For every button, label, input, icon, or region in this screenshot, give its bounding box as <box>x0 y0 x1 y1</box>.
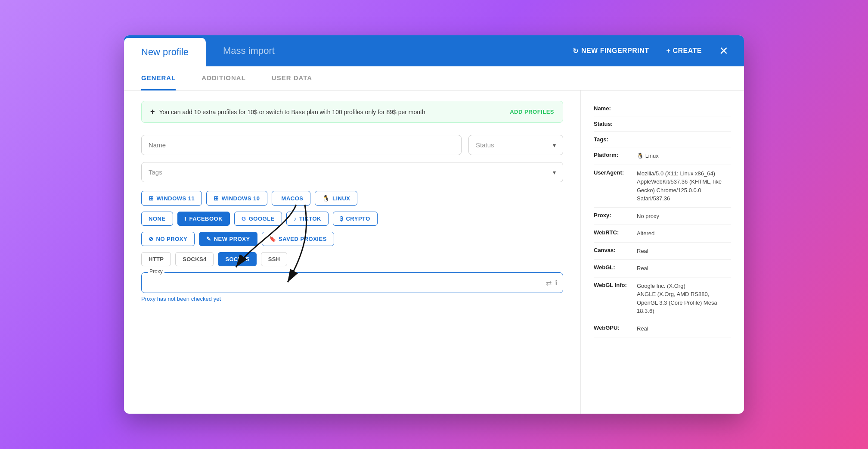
info-row-webrtc: WebRTC: Altered <box>594 225 731 243</box>
tab-general[interactable]: GENERAL <box>141 66 176 90</box>
status-select[interactable]: Status ▾ <box>468 135 563 155</box>
modal-header: New profile Mass import ↻ NEW FINGERPRIN… <box>124 35 744 66</box>
tab-additional[interactable]: ADDITIONAL <box>202 66 246 90</box>
os-windows10-button[interactable]: ⊞ WINDOWS 10 <box>206 191 267 206</box>
chevron-down-icon: ▾ <box>553 169 556 176</box>
info-row-webgl: WebGL: Real <box>594 260 731 278</box>
platform-facebook-button[interactable]: f FACEBOOK <box>177 212 230 226</box>
modal-body: + You can add 10 extra profiles for 10$ … <box>124 90 744 414</box>
os-linux-button[interactable]: 🐧 LINUX <box>315 191 357 206</box>
tags-select[interactable]: Tags ▾ <box>141 162 563 182</box>
tab-user-data[interactable]: USER DATA <box>272 66 312 90</box>
proxy-input-wrapper: Proxy ⇄ ℹ <box>141 272 563 293</box>
left-panel: + You can add 10 extra profiles for 10$ … <box>124 90 580 414</box>
info-label-canvas: Canvas: <box>594 247 632 253</box>
sub-tabs-bar: GENERAL ADDITIONAL USER DATA <box>124 66 744 90</box>
linux-icon-small: 🐧 <box>637 153 645 159</box>
info-label-webglinfo: WebGL Info: <box>594 282 632 288</box>
info-value-webgpu: Real <box>637 324 648 333</box>
bitcoin-icon: ₿ <box>340 215 344 222</box>
info-row-useragent: UserAgent: Mozilla/5.0 (X11; Linux x86_6… <box>594 165 731 208</box>
proxy-input-field[interactable] <box>149 279 541 286</box>
name-status-row: Status ▾ <box>141 135 563 155</box>
chevron-down-icon: ▾ <box>553 142 556 149</box>
info-label-useragent: UserAgent: <box>594 169 632 176</box>
platform-tiktok-button[interactable]: ♪ TIKTOK <box>286 212 329 226</box>
refresh-icon: ↻ <box>573 47 579 55</box>
platform-buttons-group: NONE f FACEBOOK G GOOGLE ♪ TIKTOK ₿ CRYP… <box>141 212 563 226</box>
info-row-tags: Tags: <box>594 132 731 147</box>
new-proxy-icon: ✎ <box>206 236 211 242</box>
name-input[interactable] <box>141 135 462 155</box>
info-value-webgl: Real <box>637 264 648 273</box>
no-proxy-icon: ⊘ <box>149 236 154 242</box>
info-value-canvas: Real <box>637 247 648 256</box>
saved-proxies-button[interactable]: 🔖 SAVED PROXIES <box>262 232 334 246</box>
modal-container: New profile Mass import ↻ NEW FINGERPRIN… <box>124 35 744 414</box>
refresh-proxy-icon[interactable]: ⇄ <box>546 279 552 287</box>
bookmark-icon: 🔖 <box>269 236 276 242</box>
proxy-type-buttons-group: HTTP SOCKS4 SOCKS5 SSH <box>141 252 563 266</box>
proxy-status-text: Proxy has not been checked yet <box>141 296 563 302</box>
info-value-platform: 🐧 Linux <box>637 152 659 160</box>
new-proxy-button[interactable]: ✎ NEW PROXY <box>199 232 257 246</box>
proxy-input-label: Proxy <box>148 268 164 274</box>
proxy-buttons-group: ⊘ NO PROXY ✎ NEW PROXY 🔖 SAVED PROXIES <box>141 232 563 246</box>
close-button[interactable]: ✕ <box>712 42 735 60</box>
facebook-icon: f <box>185 215 187 222</box>
info-value-proxy: No proxy <box>637 212 659 221</box>
plus-icon: + <box>150 107 155 116</box>
os-buttons-group: ⊞ WINDOWS 11 ⊞ WINDOWS 10 MACOS 🐧 LINUX <box>141 191 563 206</box>
info-row-name: Name: <box>594 101 731 116</box>
platform-none-button[interactable]: NONE <box>141 212 173 226</box>
os-windows11-button[interactable]: ⊞ WINDOWS 11 <box>141 191 202 206</box>
info-value-useragent: Mozilla/5.0 (X11; Linux x86_64) AppleWeb… <box>637 169 731 203</box>
windows-icon: ⊞ <box>214 195 219 202</box>
info-row-webgpu: WebGPU: Real <box>594 320 731 338</box>
info-label-webgpu: WebGPU: <box>594 324 632 331</box>
windows-icon: ⊞ <box>149 195 154 202</box>
info-value-webglinfo: Google Inc. (X.Org) ANGLE (X.Org, AMD RS… <box>637 282 731 315</box>
proxy-section: HTTP SOCKS4 SOCKS5 SSH Proxy ⇄ ℹ Proxy h… <box>141 252 563 302</box>
info-row-webglinfo: WebGL Info: Google Inc. (X.Org) ANGLE (X… <box>594 278 731 320</box>
banner-text: You can add 10 extra profiles for 10$ or… <box>159 109 425 115</box>
info-row-proxy: Proxy: No proxy <box>594 208 731 225</box>
google-icon: G <box>242 215 246 222</box>
info-label-tags: Tags: <box>594 136 632 143</box>
tiktok-icon: ♪ <box>294 215 297 222</box>
right-panel: Name: Status: Tags: Platform: 🐧 Linux Us… <box>580 90 744 414</box>
new-fingerprint-button[interactable]: ↻ NEW FINGERPRINT <box>566 44 656 59</box>
create-button[interactable]: + CREATE <box>660 44 709 58</box>
info-label-status: Status: <box>594 121 632 127</box>
proxy-ssh-button[interactable]: SSH <box>261 252 288 266</box>
banner-content: + You can add 10 extra profiles for 10$ … <box>150 107 425 116</box>
info-label-webrtc: WebRTC: <box>594 229 632 236</box>
add-profiles-button[interactable]: ADD PROFILES <box>510 109 554 115</box>
info-label-platform: Platform: <box>594 152 632 158</box>
status-placeholder: Status <box>476 141 494 149</box>
platform-google-button[interactable]: G GOOGLE <box>234 212 282 226</box>
info-row-status: Status: <box>594 116 731 132</box>
info-row-canvas: Canvas: Real <box>594 243 731 260</box>
info-label-name: Name: <box>594 105 632 112</box>
info-row-platform: Platform: 🐧 Linux <box>594 147 731 165</box>
proxy-input-icons: ⇄ ℹ <box>546 279 558 287</box>
info-label-webgl: WebGL: <box>594 264 632 271</box>
upgrade-banner: + You can add 10 extra profiles for 10$ … <box>141 101 563 123</box>
platform-crypto-button[interactable]: ₿ CRYPTO <box>333 212 378 226</box>
tab-mass-import[interactable]: Mass import <box>206 35 292 66</box>
info-icon[interactable]: ℹ <box>555 279 558 287</box>
no-proxy-button[interactable]: ⊘ NO PROXY <box>141 232 195 246</box>
os-macos-button[interactable]: MACOS <box>272 191 311 206</box>
info-label-proxy: Proxy: <box>594 212 632 218</box>
tags-placeholder: Tags <box>149 168 162 176</box>
proxy-socks5-button[interactable]: SOCKS5 <box>218 252 256 266</box>
proxy-socks4-button[interactable]: SOCKS4 <box>175 252 214 266</box>
header-actions: ↻ NEW FINGERPRINT + CREATE ✕ <box>566 35 744 66</box>
linux-icon: 🐧 <box>322 195 330 202</box>
tab-new-profile[interactable]: New profile <box>124 38 206 66</box>
info-value-webrtc: Altered <box>637 229 654 238</box>
proxy-http-button[interactable]: HTTP <box>141 252 171 266</box>
